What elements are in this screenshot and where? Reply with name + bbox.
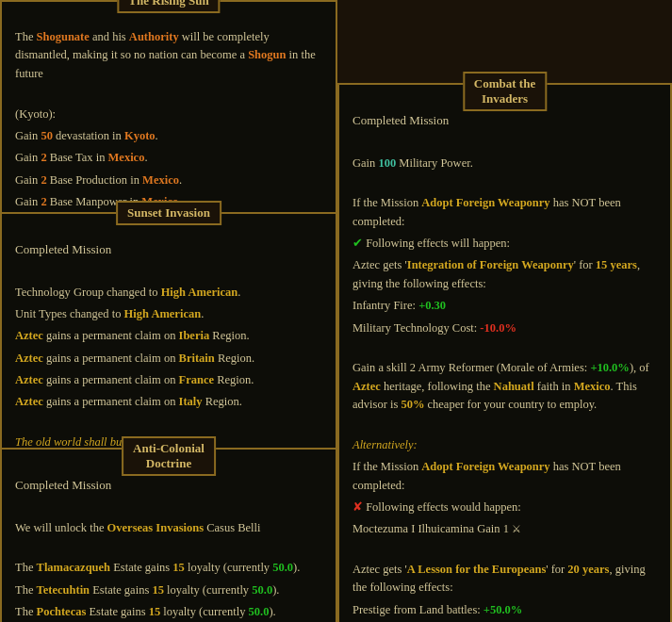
effect-britain: Aztec gains a permanent claim on Britain…: [15, 350, 322, 368]
effect-base-production: Gain 2 Base Production in Mexico.: [15, 172, 322, 189]
aztec-gets-2: Aztec gets 'A Lesson for the Europeans' …: [352, 561, 657, 597]
aztec-gets-1: Aztec gets 'Integration of Foreign Weapo…: [352, 256, 657, 293]
estate-tetecuhtin: The Tetecuhtin Estate gains 15 loyalty (…: [15, 581, 322, 599]
gain-military: Gain 100 Military Power.: [352, 155, 657, 172]
kyoto-section: (Kyoto):: [15, 106, 322, 123]
anti-colonial-panel: Anti-ColonialDoctrine Completed Mission …: [0, 448, 337, 622]
shogunate-highlight: Shogunate: [37, 30, 90, 43]
effect-italy: Aztec gains a permanent claim on Italy R…: [15, 393, 322, 411]
rising-sun-title: The Rising Sun: [117, 0, 220, 13]
shogun-highlight: Shogun: [248, 48, 286, 61]
condition-2: If the Mission Adopt Foreign Weaponry ha…: [352, 458, 657, 495]
mil-tech-cost: Military Technology Cost: -10.0%: [352, 319, 657, 337]
estate-tlamacazqueh: The Tlamacazqueh Estate gains 15 loyalty…: [15, 559, 322, 577]
alternatively-label: Alternatively:: [352, 436, 657, 454]
effect-tech-group: Technology Group changed to High America…: [15, 284, 322, 302]
sunset-invasion-panel: Sunset Invasion Completed Mission Techno…: [0, 212, 337, 467]
condition-1: If the Mission Adopt Foreign Weaponry ha…: [352, 194, 657, 231]
effect-france: Aztec gains a permanent claim on France …: [15, 371, 322, 389]
advisor-text: Gain a skill 2 Army Reformer (Morale of …: [352, 359, 657, 414]
estate-pochtecas: The Pochtecas Estate gains 15 loyalty (c…: [15, 603, 322, 621]
sword-icon: ⚔: [512, 521, 521, 537]
anti-colonial-section-header: Completed Mission: [15, 476, 322, 495]
combat-invaders-title: Combat theInvaders: [463, 72, 547, 111]
combat-invaders-content: Completed Mission Gain 100 Military Powe…: [339, 100, 670, 622]
effect-base-tax: Gain 2 Base Tax in Mexico.: [15, 149, 322, 167]
prestige-land: Prestige from Land battles: +50.0%: [352, 601, 657, 619]
effect-devastation: Gain 50 devastation in Kyoto.: [15, 127, 322, 145]
effect-unit-types: Unit Types changed to High American.: [15, 305, 322, 323]
rising-sun-content: The Shogunate and his Authority will be …: [2, 17, 336, 224]
combat-invaders-panel: Combat theInvaders Completed Mission Gai…: [337, 83, 672, 622]
anti-colonial-title: Anti-ColonialDoctrine: [122, 436, 216, 476]
authority-highlight: Authority: [129, 30, 179, 43]
rising-sun-panel: The Rising Sun The Shogunate and his Aut…: [0, 0, 337, 226]
effect-iberia: Aztec gains a permanent claim on Iberia …: [15, 327, 322, 345]
sunset-invasion-content: Completed Mission Technology Group chang…: [2, 229, 336, 466]
infantry-fire: Infantry Fire: +0.30: [352, 297, 657, 315]
cross-mark-line: ✘ Following effects would happen:: [352, 499, 657, 516]
check-mark-line: ✔ Following effects will happen:: [352, 235, 657, 253]
anti-colonial-intro: We will unlock the Overseas Invasions Ca…: [15, 519, 322, 537]
sunset-invasion-title: Sunset Invasion: [116, 201, 221, 225]
rising-sun-intro: The Shogunate and his Authority will be …: [15, 28, 322, 83]
combat-section-header: Completed Mission: [352, 111, 657, 130]
moctezuma-line: Moctezuma I Ilhuicamina Gain 1 ⚔: [352, 520, 657, 538]
anti-colonial-content: Completed Mission We will unlock the Ove…: [2, 465, 336, 622]
sunset-section-header: Completed Mission: [15, 240, 322, 259]
